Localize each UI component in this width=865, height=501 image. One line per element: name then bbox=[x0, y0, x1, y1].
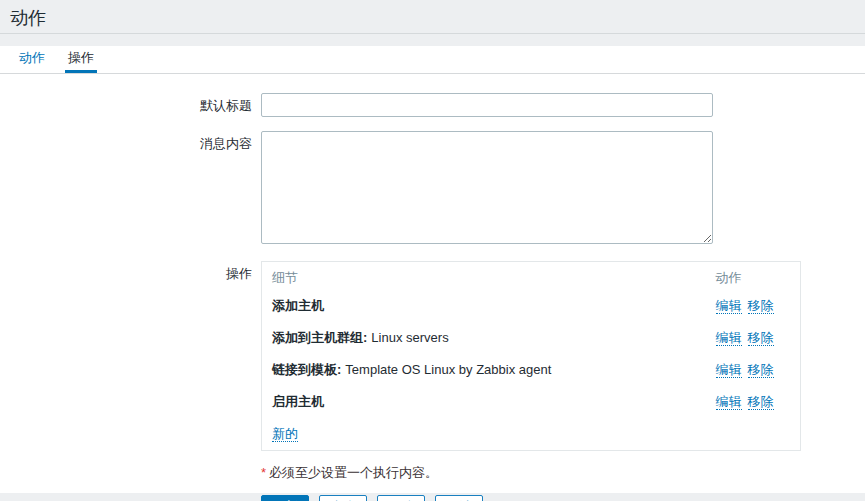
default-subject-row: 默认标题 bbox=[0, 93, 865, 117]
new-operation-row: 新的 bbox=[262, 418, 801, 451]
operation-row: 启用主机 编辑移除 bbox=[262, 386, 801, 418]
operation-row: 链接到模板:Template OS Linux by Zabbix agent … bbox=[262, 354, 801, 386]
page-header: 动作 bbox=[0, 0, 865, 34]
operation-row: 添加到主机群组:Linux servers 编辑移除 bbox=[262, 322, 801, 354]
required-asterisk: * bbox=[261, 465, 266, 480]
new-operation-link[interactable]: 新的 bbox=[272, 426, 298, 442]
operations-table: 细节 动作 添加主机 编辑移除 添加到主机群组:Linux servers bbox=[261, 261, 801, 451]
edit-link[interactable]: 编辑 bbox=[716, 394, 742, 410]
operations-label: 操作 bbox=[0, 261, 261, 283]
footer-buttons-row: 更新克隆删除取消 bbox=[0, 495, 865, 501]
content-card: 动作 操作 默认标题 消息内容 操作 细节 动作 添加主机 bbox=[0, 46, 865, 493]
edit-link[interactable]: 编辑 bbox=[716, 298, 742, 314]
operation-name: 链接到模板: bbox=[272, 362, 341, 377]
edit-link[interactable]: 编辑 bbox=[716, 362, 742, 378]
footer-buttons: 更新克隆删除取消 bbox=[261, 495, 493, 501]
page-title: 动作 bbox=[10, 7, 855, 29]
message-label: 消息内容 bbox=[0, 131, 261, 153]
tab-action[interactable]: 动作 bbox=[16, 46, 48, 73]
operations-header-details: 细节 bbox=[262, 262, 706, 291]
tab-bar: 动作 操作 bbox=[0, 46, 865, 74]
operation-name: 启用主机 bbox=[272, 394, 324, 409]
cancel-button[interactable]: 取消 bbox=[435, 495, 483, 501]
edit-link[interactable]: 编辑 bbox=[716, 330, 742, 346]
delete-button[interactable]: 删除 bbox=[377, 495, 425, 501]
operation-value: Linux servers bbox=[371, 330, 448, 345]
update-button[interactable]: 更新 bbox=[261, 495, 309, 501]
tab-operations[interactable]: 操作 bbox=[65, 46, 97, 73]
remove-link[interactable]: 移除 bbox=[748, 362, 774, 378]
operation-name: 添加到主机群组: bbox=[272, 330, 367, 345]
operation-name: 添加主机 bbox=[272, 298, 324, 313]
default-subject-label: 默认标题 bbox=[0, 93, 261, 115]
default-subject-input[interactable] bbox=[261, 93, 713, 117]
remove-link[interactable]: 移除 bbox=[748, 330, 774, 346]
warning-row: *必须至少设置一个执行内容。 bbox=[0, 464, 865, 482]
warning-message: *必须至少设置一个执行内容。 bbox=[261, 464, 438, 482]
operations-header-action: 动作 bbox=[706, 262, 801, 291]
operation-row: 添加主机 编辑移除 bbox=[262, 290, 801, 322]
message-textarea[interactable] bbox=[261, 131, 713, 244]
operations-row: 操作 细节 动作 添加主机 编辑移除 bbox=[0, 261, 865, 451]
clone-button[interactable]: 克隆 bbox=[319, 495, 367, 501]
remove-link[interactable]: 移除 bbox=[748, 394, 774, 410]
remove-link[interactable]: 移除 bbox=[748, 298, 774, 314]
message-row: 消息内容 bbox=[0, 131, 865, 244]
operation-value: Template OS Linux by Zabbix agent bbox=[345, 362, 551, 377]
warning-text: 必须至少设置一个执行内容。 bbox=[269, 465, 438, 480]
